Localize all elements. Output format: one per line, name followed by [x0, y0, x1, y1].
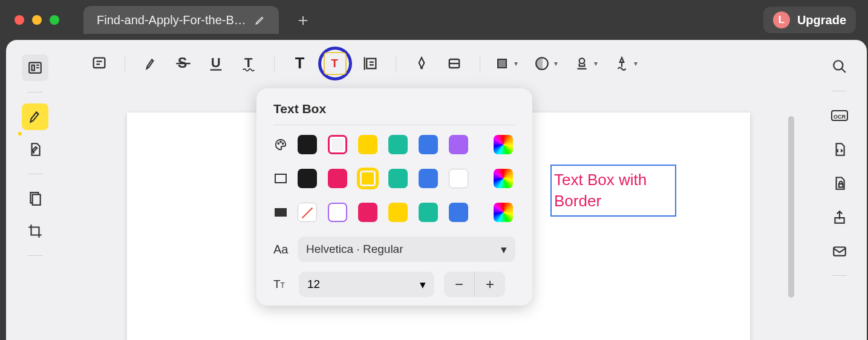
- encrypt-button[interactable]: [826, 170, 853, 197]
- svg-rect-38: [275, 174, 286, 183]
- new-tab-button[interactable]: ＋: [295, 8, 312, 31]
- maximize-window-icon[interactable]: [50, 15, 59, 25]
- scrollbar[interactable]: [788, 116, 794, 298]
- border-icon: [273, 174, 288, 183]
- svg-point-36: [280, 142, 281, 143]
- color-swatch-blue[interactable]: [419, 135, 438, 154]
- font-select[interactable]: Helvetica · Regular ▾: [298, 237, 515, 262]
- border-swatch-pink[interactable]: [328, 169, 347, 188]
- separator: [396, 55, 396, 72]
- size-increase-button[interactable]: +: [475, 272, 505, 297]
- content-selection-button[interactable]: [356, 49, 385, 78]
- left-sidebar: [6, 40, 64, 340]
- fill-swatch-yellow[interactable]: [388, 203, 408, 222]
- convert-button[interactable]: [826, 136, 853, 163]
- close-window-icon[interactable]: [15, 15, 24, 25]
- border-swatch-black[interactable]: [298, 169, 317, 188]
- svg-rect-23: [498, 59, 506, 68]
- tab-title: Find-and-Apply-For-the-B…: [97, 13, 246, 27]
- titlebar: Find-and-Apply-For-the-B… ＋ L Upgrade: [0, 0, 868, 40]
- palette-icon: [273, 138, 288, 151]
- edit-tab-icon[interactable]: [255, 15, 266, 25]
- avatar: L: [773, 11, 790, 28]
- minimize-window-icon[interactable]: [32, 15, 42, 25]
- color-swatch-black[interactable]: [298, 135, 317, 154]
- svg-point-35: [278, 143, 279, 144]
- shape-dropdown[interactable]: ▾: [491, 49, 518, 78]
- search-button[interactable]: [826, 53, 853, 80]
- caret-down-icon: ▾: [634, 59, 638, 68]
- squiggly-button[interactable]: T: [234, 49, 263, 78]
- border-swatch-blue[interactable]: [419, 169, 438, 188]
- edit-pdf-button[interactable]: [22, 136, 48, 163]
- eraser-button[interactable]: [440, 49, 469, 78]
- text-box-popover: Text Box: [256, 88, 532, 306]
- text-box-button[interactable]: T: [324, 52, 347, 75]
- separator: [480, 55, 480, 72]
- color-swatch-yellow[interactable]: [358, 135, 377, 154]
- fill-icon: [273, 208, 288, 217]
- right-sidebar: OCR: [820, 46, 860, 280]
- text-color-swatches: [298, 135, 513, 154]
- border-swatch-yellow-selected[interactable]: [358, 169, 377, 188]
- svg-text:T: T: [295, 55, 305, 71]
- separator: [27, 92, 43, 93]
- sample-text-box[interactable]: Text Box with Border: [550, 165, 676, 217]
- color-swatch-teal[interactable]: [388, 135, 408, 154]
- size-select[interactable]: 12 ▾: [299, 272, 434, 297]
- svg-rect-5: [33, 195, 41, 205]
- svg-text:U: U: [211, 55, 221, 70]
- window-controls: [15, 15, 59, 25]
- pen-button[interactable]: [407, 49, 436, 78]
- svg-rect-39: [275, 208, 287, 217]
- fill-swatch-outline[interactable]: [328, 203, 347, 222]
- highlight-tool-button[interactable]: [22, 103, 48, 130]
- opacity-dropdown[interactable]: ▾: [531, 49, 558, 78]
- ocr-button[interactable]: OCR: [826, 102, 853, 129]
- mail-button[interactable]: [826, 238, 853, 264]
- border-swatch-custom[interactable]: [494, 169, 513, 188]
- svg-text:OCR: OCR: [834, 114, 846, 120]
- separator: [27, 174, 43, 174]
- upgrade-label: Upgrade: [797, 13, 846, 27]
- svg-point-28: [834, 60, 843, 70]
- reader-mode-button[interactable]: [22, 54, 48, 81]
- size-row: TT 12 ▾ − +: [273, 272, 515, 297]
- active-indicator: [18, 132, 22, 136]
- color-swatch-custom[interactable]: [494, 135, 513, 154]
- fill-swatch-custom[interactable]: [494, 203, 513, 222]
- caret-down-icon: ▾: [554, 59, 558, 68]
- fill-swatch-teal[interactable]: [419, 203, 438, 222]
- crop-button[interactable]: [22, 218, 48, 244]
- text-button[interactable]: T: [286, 49, 315, 78]
- color-swatch-purple[interactable]: [449, 135, 468, 154]
- border-swatch-teal[interactable]: [388, 169, 408, 188]
- fill-swatch-none[interactable]: [298, 203, 317, 222]
- signature-dropdown[interactable]: ▾: [611, 49, 638, 78]
- underline-button[interactable]: U: [201, 49, 230, 78]
- svg-text:T: T: [244, 55, 253, 70]
- size-decrease-button[interactable]: −: [444, 272, 474, 297]
- separator: [832, 91, 847, 91]
- fill-swatch-pink[interactable]: [358, 203, 377, 222]
- fill-swatch-blue[interactable]: [449, 203, 468, 222]
- highlight-pen-button[interactable]: [136, 49, 165, 78]
- svg-point-25: [579, 58, 585, 64]
- upgrade-button[interactable]: L Upgrade: [763, 7, 856, 33]
- caret-down-icon: ▾: [594, 59, 598, 68]
- caret-down-icon: ▾: [420, 278, 426, 292]
- text-box-button-active-ring: T: [318, 47, 352, 80]
- svg-rect-6: [94, 58, 105, 68]
- size-icon: TT: [273, 278, 289, 291]
- main-window: S U T T T ▾: [6, 40, 867, 340]
- share-button[interactable]: [826, 204, 853, 230]
- strikethrough-button[interactable]: S: [169, 49, 198, 78]
- document-tab[interactable]: Find-and-Apply-For-the-B…: [83, 6, 279, 34]
- color-swatch-pink-selected[interactable]: [328, 135, 347, 154]
- page-edit-button[interactable]: [22, 185, 48, 212]
- svg-point-37: [282, 143, 284, 144]
- separator: [832, 275, 847, 276]
- note-button[interactable]: [85, 49, 114, 78]
- border-swatch-white[interactable]: [449, 169, 468, 188]
- stamp-dropdown[interactable]: ▾: [571, 49, 598, 78]
